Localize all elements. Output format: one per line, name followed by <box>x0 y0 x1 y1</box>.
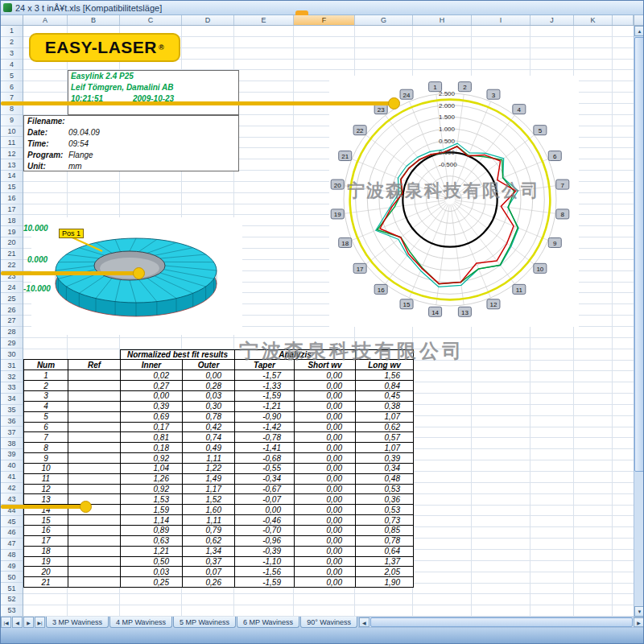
table-cell[interactable]: 0,28 <box>183 381 235 391</box>
column-header-I[interactable]: I <box>472 15 530 25</box>
table-cell[interactable]: 2 <box>24 381 68 391</box>
table-cell[interactable]: 1,56 <box>356 370 414 381</box>
table-cell[interactable]: 0,00 <box>183 370 235 381</box>
table-cell[interactable]: 0,00 <box>295 370 356 381</box>
row-header-4[interactable]: 4 <box>1 60 23 71</box>
table-cell[interactable] <box>68 546 121 556</box>
table-cell[interactable]: 0,69 <box>121 411 183 422</box>
table-cell[interactable] <box>68 381 121 391</box>
scroll-right-arrow[interactable]: ▶ <box>634 617 644 627</box>
table-cell[interactable]: 0,36 <box>356 494 414 505</box>
table-cell[interactable]: 19 <box>24 556 68 567</box>
row-header-16[interactable]: 16 <box>1 193 23 204</box>
table-cell[interactable]: 0,17 <box>121 422 183 432</box>
row-header-48[interactable]: 48 <box>1 550 23 561</box>
table-cell[interactable]: 0,37 <box>183 556 235 567</box>
table-cell[interactable]: -1,56 <box>235 567 295 577</box>
table-cell[interactable]: 0,00 <box>295 567 356 577</box>
table-cell[interactable]: 0,00 <box>295 505 356 515</box>
horizontal-scrollbar[interactable]: ◀ ▶ <box>358 617 644 628</box>
sheet-tab[interactable]: 3 MP Waviness <box>46 617 109 628</box>
row-header-24[interactable]: 24 <box>1 282 23 293</box>
table-cell[interactable]: -0,67 <box>235 484 295 494</box>
table-cell[interactable]: 1,07 <box>356 443 414 453</box>
table-cell[interactable]: 0,74 <box>183 432 235 443</box>
table-cell[interactable]: 0,84 <box>356 381 414 391</box>
results-table[interactable]: Normalized best fit resultsAnalyzisNumRe… <box>23 349 414 588</box>
scroll-down-arrow[interactable]: ▼ <box>634 606 644 617</box>
row-header-10[interactable]: 10 <box>1 126 23 138</box>
table-cell[interactable]: -0,78 <box>235 432 295 443</box>
table-cell[interactable]: -1,41 <box>235 443 295 453</box>
row-header-45[interactable]: 45 <box>1 516 23 527</box>
tab-nav-button-1[interactable]: ◀ <box>12 617 23 628</box>
row-header-41[interactable]: 41 <box>1 472 23 483</box>
table-cell[interactable]: 0,18 <box>121 443 183 453</box>
table-cell[interactable] <box>68 567 121 577</box>
table-cell[interactable]: 0,92 <box>121 484 183 494</box>
table-cell[interactable]: 13 <box>24 494 68 505</box>
vertical-scrollbar[interactable]: ▲ ▼ <box>634 26 644 617</box>
table-cell[interactable]: 0,00 <box>295 401 356 411</box>
table-cell[interactable]: 1,11 <box>183 453 235 464</box>
row-header-32[interactable]: 32 <box>1 371 23 382</box>
table-cell[interactable]: 0,00 <box>295 556 356 567</box>
table-cell[interactable]: 0,78 <box>356 535 414 546</box>
table-cell[interactable]: 1,26 <box>121 473 183 484</box>
row-header-53[interactable]: 53 <box>1 605 23 617</box>
table-cell[interactable] <box>68 432 121 443</box>
row-header-40[interactable]: 40 <box>1 460 23 472</box>
column-header-F[interactable]: F <box>294 15 355 25</box>
table-cell[interactable]: 1,90 <box>356 577 414 588</box>
table-cell[interactable]: 21 <box>24 577 68 588</box>
table-cell[interactable]: 0,03 <box>183 391 235 402</box>
row-header-31[interactable]: 31 <box>1 360 23 371</box>
table-cell[interactable]: 1,59 <box>121 505 183 515</box>
row-header-47[interactable]: 47 <box>1 539 23 550</box>
row-header-21[interactable]: 21 <box>1 249 23 260</box>
table-cell[interactable] <box>68 370 121 381</box>
table-cell[interactable]: 8 <box>24 443 68 453</box>
row-header-30[interactable]: 30 <box>1 349 23 360</box>
table-cell[interactable]: 0,00 <box>295 515 356 526</box>
row-header-38[interactable]: 38 <box>1 438 23 449</box>
table-cell[interactable]: 0,00 <box>295 453 356 464</box>
table-cell[interactable]: 0,79 <box>183 525 235 535</box>
row-header-37[interactable]: 37 <box>1 427 23 438</box>
table-cell[interactable]: 0,03 <box>121 567 183 577</box>
table-cell[interactable]: 0,00 <box>295 525 356 535</box>
table-cell[interactable]: 0,25 <box>121 577 183 588</box>
table-cell[interactable]: 0,81 <box>121 432 183 443</box>
table-cell[interactable]: 1 <box>24 370 68 381</box>
table-cell[interactable]: 12 <box>24 484 68 494</box>
table-cell[interactable]: 4 <box>24 401 68 411</box>
column-header-K[interactable]: K <box>574 15 613 25</box>
row-header-11[interactable]: 11 <box>1 137 23 148</box>
title-bar[interactable]: 24 x 3 t inÅ¥t.xls [Kompatibilitetsläge] <box>1 1 643 15</box>
table-cell[interactable]: 0,00 <box>295 473 356 484</box>
table-cell[interactable]: 0,39 <box>121 401 183 411</box>
table-cell[interactable]: 0,00 <box>295 535 356 546</box>
table-cell[interactable]: 0,00 <box>295 494 356 505</box>
table-cell[interactable]: 2,05 <box>356 567 414 577</box>
column-header-B[interactable]: B <box>68 15 120 25</box>
table-cell[interactable]: 0,85 <box>356 525 414 535</box>
table-cell[interactable]: 3 <box>24 391 68 402</box>
vertical-scroll-thumb[interactable] <box>634 37 644 472</box>
table-cell[interactable]: 0,49 <box>183 443 235 453</box>
row-header-35[interactable]: 35 <box>1 405 23 416</box>
table-cell[interactable]: -1,42 <box>235 422 295 432</box>
row-header-46[interactable]: 46 <box>1 527 23 539</box>
table-cell[interactable] <box>68 463 121 473</box>
column-header-C[interactable]: C <box>120 15 182 25</box>
table-cell[interactable]: 0,00 <box>295 484 356 494</box>
table-cell[interactable]: 0,78 <box>183 411 235 422</box>
table-cell[interactable]: 0,02 <box>121 370 183 381</box>
row-header-26[interactable]: 26 <box>1 304 23 316</box>
table-cell[interactable] <box>68 535 121 546</box>
table-cell[interactable] <box>68 494 121 505</box>
column-header-J[interactable]: J <box>530 15 574 25</box>
table-cell[interactable]: 5 <box>24 411 68 422</box>
tab-nav-button-3[interactable]: ▶| <box>35 617 45 628</box>
sheet-tab[interactable]: 5 MP Waviness <box>173 617 236 628</box>
